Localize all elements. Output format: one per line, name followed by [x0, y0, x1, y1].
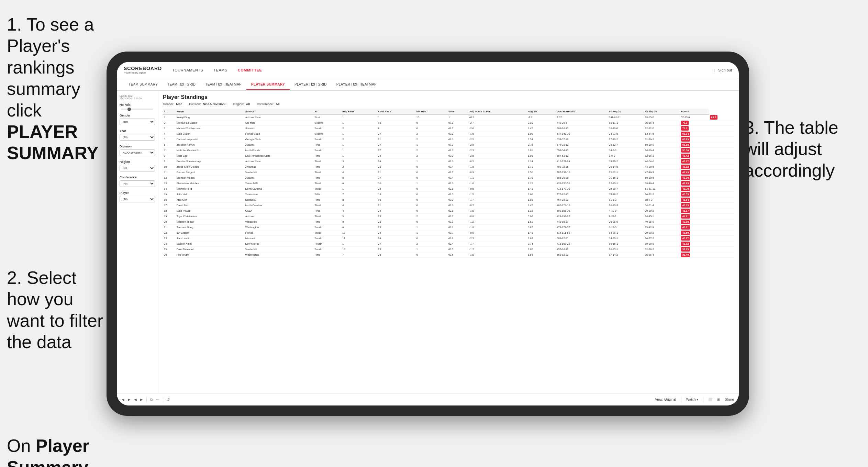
table-row: 1Wenyi DingArizona StateFirst1115167.1-3…	[163, 115, 734, 120]
table-row: 22Ian GilliganFloridaThird1024168.7-0.91…	[163, 230, 734, 236]
table-row: 17David FordNorth CarolinaThird421069.0-…	[163, 203, 734, 208]
col-vs-top-25: Vs Top 25	[608, 109, 644, 115]
table-row: 2Michael Le SassoOle MissSecond118067.1-…	[163, 120, 734, 126]
tab-team-h2h-heatmap[interactable]: TEAM H2H HEATMAP	[200, 80, 246, 89]
table-row: 24Bastien AmatNew MexicoFourth127269.4-1…	[163, 241, 734, 247]
region-label: Region	[120, 160, 155, 164]
nav-back-btn[interactable]: ◀	[122, 398, 124, 401]
table-row: 11Gordon SargentVanderbiltThird421068.7-…	[163, 170, 734, 175]
standings-table: # Player School Yr Reg Rank Conf Rank No…	[163, 109, 734, 258]
bottom-toolbar: ◀ ▶ ◀ ▶ ⧉ ⋯ ⏱ View: Original Watch ▾ ⬜ ⊞…	[117, 393, 739, 405]
sidebar: Update time: 27/03/2024 16:56:26 No Rds.…	[117, 91, 158, 393]
options-btn[interactable]: ⋯	[156, 398, 159, 401]
tab-team-summary[interactable]: TEAM SUMMARY	[124, 80, 163, 89]
region-select[interactable]: N/A	[120, 165, 155, 171]
logo-text: SCOREBOARD	[124, 66, 162, 71]
nav-bar: SCOREBOARD Powered by dippd TOURNAMENTS …	[117, 62, 739, 78]
table-row: 15Jake HallTennesseeFifth718068.5-1.51.6…	[163, 192, 734, 197]
table-row: 3Michael ThorbjornsenStanfordFourth28068…	[163, 126, 734, 131]
year-section: Year (All)	[120, 129, 155, 141]
tab-team-h2h-grid[interactable]: TEAM H2H GRID	[163, 80, 200, 89]
tab-player-summary[interactable]: PLAYER SUMMARY	[246, 80, 290, 90]
col-reg-rank: Reg Rank	[341, 109, 377, 115]
division-label: Division	[120, 145, 155, 148]
conference-section: Conference (All)	[120, 176, 155, 187]
table-row: 10Jacob Skov OlesenArkansasFifth223068.4…	[163, 164, 734, 170]
filter-conference: Conference: All	[257, 102, 280, 106]
table-row: 9Preston SummerhaysArizona StateThird324…	[163, 159, 734, 164]
filter-row: Gender: Men Division: NCAA Division I Re…	[163, 102, 734, 106]
share-btn[interactable]: Share	[725, 398, 734, 401]
table-row: 18Luke PowellUCLAFirst424069.1-1.81.1250…	[163, 208, 734, 214]
logo-sub: Powered by dippd	[124, 71, 162, 74]
table-header-row: # Player School Yr Reg Rank Conf Rank No…	[163, 109, 734, 115]
nav-forward-btn[interactable]: ▶	[128, 398, 131, 401]
sign-out-link[interactable]: Sign out	[718, 68, 732, 72]
gender-select[interactable]: Men	[120, 119, 155, 125]
copy-btn[interactable]: ⧉	[150, 398, 153, 402]
nav-pipe: |	[714, 68, 715, 72]
conference-label: Conference	[120, 176, 155, 179]
grid-btn[interactable]: ⊞	[717, 398, 720, 401]
tab-player-h2h-heatmap[interactable]: PLAYER H2H HEATMAP	[332, 80, 381, 89]
table-row: 7Nicholas GabrielcikNorth FloridaFourth1…	[163, 148, 734, 153]
instruction-2: 2. Select how you want to filter the dat…	[0, 260, 113, 360]
division-select[interactable]: NCAA Division I	[120, 149, 155, 156]
col-wins: Wins	[447, 109, 468, 115]
toolbar-sep-1	[146, 397, 147, 402]
clock-btn[interactable]: ⏱	[167, 398, 170, 401]
slider-thumb[interactable]	[127, 108, 131, 111]
division-section: Division NCAA Division I	[120, 145, 155, 156]
col-yr: Yr	[314, 109, 342, 115]
nav-links: TOURNAMENTS TEAMS COMMITTEE	[172, 68, 714, 72]
player-label: Player	[120, 191, 155, 194]
table-row: 26Petr HrubyWashingtonFifth725068.6-1.81…	[163, 252, 734, 258]
update-time: Update time: 27/03/2024 16:56:26	[120, 95, 155, 100]
filter-gender: Gender: Men	[163, 102, 182, 106]
col-school: School	[244, 109, 314, 115]
conference-select[interactable]: (All)	[120, 180, 155, 187]
toolbar-sep-3	[681, 397, 681, 402]
nav-teams[interactable]: TEAMS	[213, 68, 227, 72]
table-body: 1Wenyi DingArizona StateFirst1115167.1-3…	[163, 115, 734, 258]
tablet-screen: SCOREBOARD Powered by dippd TOURNAMENTS …	[117, 62, 739, 405]
no-rds-label: No Rds.	[120, 103, 155, 107]
col-vs-top-50: Vs Top 50	[644, 109, 680, 115]
logo-area: SCOREBOARD Powered by dippd	[124, 66, 162, 74]
view-original-btn[interactable]: View: Original	[655, 398, 676, 401]
col-adj-score: Adj. Score to Par	[468, 109, 527, 115]
nav-tournaments[interactable]: TOURNAMENTS	[172, 68, 203, 72]
table-area: Player Standings Gender: Men Division: N…	[158, 91, 739, 393]
instruction-1: 1. To see a Player's rankings summary cl…	[0, 7, 113, 171]
left-instructions: 1. To see a Player's rankings summary cl…	[0, 7, 113, 467]
year-select[interactable]: (All)	[120, 134, 155, 141]
player-select[interactable]: (All)	[120, 196, 155, 202]
watch-btn[interactable]: Watch ▾	[686, 398, 699, 401]
tab-player-h2h-grid[interactable]: PLAYER H2H GRID	[290, 80, 332, 89]
region-section: Region N/A	[120, 160, 155, 171]
col-rank: #	[163, 109, 176, 115]
year-label: Year	[120, 129, 155, 133]
table-row: 8Mats EgeEast Tennessee StateFifth124268…	[163, 153, 734, 159]
no-rds-slider[interactable]	[121, 109, 153, 110]
table-row: 16Alex GoffKentuckyFifth819068.3-1.71.92…	[163, 197, 734, 203]
filter-division: Division: NCAA Division I	[189, 102, 226, 106]
col-avg-sg: Avg SG	[527, 109, 556, 115]
toolbar-right: View: Original Watch ▾ ⬜ ⊞ Share	[655, 397, 734, 402]
toolbar-sep-4	[703, 397, 703, 402]
nav-back2-btn[interactable]: ◀	[134, 398, 137, 401]
table-row: 12Brendan ValdesAuburnFifth537068.4-1.11…	[163, 175, 734, 181]
present-btn[interactable]: ⬜	[708, 398, 712, 401]
nav-forward2-btn[interactable]: ▶	[140, 398, 143, 401]
col-overall-record: Overall Record	[556, 109, 608, 115]
toolbar-sep-2	[163, 397, 163, 402]
sub-nav: TEAM SUMMARY TEAM H2H GRID TEAM H2H HEAT…	[117, 78, 739, 91]
table-row: 6Jackson KoivunAuburnFirst127167.3-2.02.…	[163, 142, 734, 148]
nav-right: | Sign out	[714, 68, 732, 72]
table-title: Player Standings	[163, 94, 734, 100]
table-row: 25Cole SherwoodVanderbiltFourth1223169.3…	[163, 247, 734, 252]
gender-section: Gender Men	[120, 114, 155, 125]
col-conf-rank: Conf Rank	[377, 109, 415, 115]
nav-committee[interactable]: COMMITTEE	[238, 68, 262, 72]
main-content: Update time: 27/03/2024 16:56:26 No Rds.…	[117, 91, 739, 393]
